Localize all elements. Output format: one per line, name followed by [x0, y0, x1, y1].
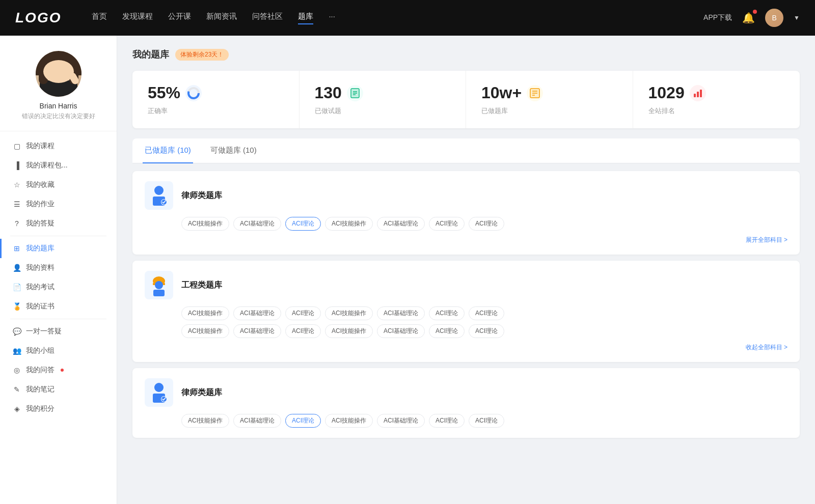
tag-1-5[interactable]: ACI理论 — [429, 306, 465, 320]
qbank-collapse-1[interactable]: 收起全部科目 > — [145, 343, 787, 352]
trial-badge: 体验剩余23天！ — [175, 49, 229, 61]
sidebar-item-coursepack[interactable]: ▐ 我的课程包... — [0, 156, 117, 175]
sidebar-item-favorites[interactable]: ☆ 我的收藏 — [0, 175, 117, 194]
page-header: 我的题库 体验剩余23天！ — [132, 48, 800, 61]
notification-bell[interactable]: 🔔 — [742, 12, 755, 24]
layout: Brian Harris 错误的决定比没有决定要好 ▢ 我的课程 ▐ 我的课程包… — [0, 36, 815, 504]
stat-done-value: 130 — [315, 83, 342, 102]
svg-rect-13 — [697, 92, 699, 97]
nav-qa[interactable]: 问答社区 — [252, 12, 283, 24]
tag-0-6[interactable]: ACI理论 — [469, 217, 504, 231]
stat-ranking: 1029 全站排名 — [633, 71, 800, 128]
tag-2-1[interactable]: ACI基础理论 — [233, 414, 281, 428]
sidebar-item-exam[interactable]: 📄 我的考试 — [0, 277, 117, 297]
tag-0-3[interactable]: ACI技能操作 — [325, 217, 373, 231]
question-circle-icon: ? — [13, 219, 21, 228]
tag-1-r2-5[interactable]: ACI理论 — [429, 324, 465, 338]
tag-0-2[interactable]: ACI理论 — [285, 217, 321, 231]
sidebar-item-points[interactable]: ◈ 我的积分 — [0, 399, 117, 418]
sidebar-item-qbank[interactable]: ⊞ 我的题库 — [0, 239, 117, 258]
sidebar: Brian Harris 错误的决定比没有决定要好 ▢ 我的课程 ▐ 我的课程包… — [0, 36, 117, 504]
tag-0-4[interactable]: ACI基础理论 — [377, 217, 425, 231]
nav-more[interactable]: ··· — [329, 12, 335, 24]
qbank-expand-0[interactable]: 展开全部科目 > — [145, 236, 787, 244]
pie-chart-icon — [185, 85, 202, 101]
stat-accuracy: 55% 正确率 — [132, 71, 300, 128]
nav-open-course[interactable]: 公开课 — [168, 12, 191, 24]
qbank-lawyer-icon-0 — [145, 181, 173, 210]
people-icon: 👤 — [13, 264, 21, 272]
tag-1-r2-4[interactable]: ACI基础理论 — [377, 324, 425, 338]
tag-1-3[interactable]: ACI技能操作 — [325, 306, 373, 320]
nav-news[interactable]: 新闻资讯 — [206, 12, 237, 24]
bar-chart-icon — [690, 85, 706, 101]
stat-banks-value: 10w+ — [481, 83, 522, 102]
tag-0-1[interactable]: ACI基础理论 — [233, 217, 281, 231]
qa-badge — [61, 369, 64, 372]
tag-1-6[interactable]: ACI理论 — [469, 306, 504, 320]
chevron-down-icon[interactable]: ▼ — [794, 14, 800, 21]
tag-2-3[interactable]: ACI技能操作 — [325, 414, 373, 428]
svg-rect-12 — [694, 94, 696, 97]
nav-qbank[interactable]: 题库 — [298, 12, 313, 24]
cert-icon: 🏅 — [13, 302, 21, 311]
svg-point-15 — [154, 186, 164, 195]
tag-2-4[interactable]: ACI基础理论 — [377, 414, 425, 428]
tag-2-6[interactable]: ACI理论 — [469, 414, 504, 428]
tag-2-5[interactable]: ACI理论 — [429, 414, 465, 428]
group-icon: 👥 — [13, 347, 21, 355]
qbank-engineer-icon — [145, 271, 173, 299]
tag-1-r2-1[interactable]: ACI基础理论 — [233, 324, 281, 338]
main-content: 我的题库 体验剩余23天！ 55% 正确率 13 — [117, 36, 815, 504]
tag-1-2[interactable]: ACI理论 — [285, 306, 321, 320]
svg-rect-14 — [700, 90, 702, 97]
tag-0-0[interactable]: ACI技能操作 — [181, 217, 229, 231]
tag-1-r2-2[interactable]: ACI理论 — [285, 324, 321, 338]
tag-2-0[interactable]: ACI技能操作 — [181, 414, 229, 428]
bell-icon: 🔔 — [742, 12, 755, 23]
sidebar-item-notes[interactable]: ✎ 我的笔记 — [0, 380, 117, 399]
stat-rank-label: 全站排名 — [648, 106, 785, 116]
sidebar-item-group[interactable]: 👥 我的小组 — [0, 341, 117, 360]
sidebar-item-tutoring[interactable]: 💬 一对一答疑 — [0, 322, 117, 341]
stat-accuracy-value: 55% — [148, 83, 180, 102]
qa-icon: ◎ — [13, 366, 21, 374]
page-title: 我的题库 — [132, 48, 169, 61]
file-icon: ▢ — [13, 142, 21, 150]
logo: LOGO — [15, 10, 61, 26]
stat-banks-label: 已做题库 — [481, 106, 617, 116]
stat-rank-value: 1029 — [648, 83, 685, 102]
sidebar-item-myqa[interactable]: ◎ 我的问答 — [0, 360, 117, 380]
grid-icon: ⊞ — [13, 244, 21, 253]
tag-1-r2-3[interactable]: ACI技能操作 — [325, 324, 373, 338]
tag-1-r2-6[interactable]: ACI理论 — [469, 324, 504, 338]
sidebar-item-profile[interactable]: 👤 我的资料 — [0, 258, 117, 277]
tag-2-2[interactable]: ACI理论 — [285, 414, 321, 428]
stat-accuracy-label: 正确率 — [148, 106, 284, 116]
sidebar-item-mycourse[interactable]: ▢ 我的课程 — [0, 136, 117, 156]
sidebar-avatar — [36, 51, 82, 97]
sidebar-motto: 错误的决定比没有决定要好 — [10, 112, 106, 121]
sidebar-profile: Brian Harris 错误的决定比没有决定要好 — [0, 51, 117, 131]
tag-1-4[interactable]: ACI基础理论 — [377, 306, 425, 320]
tag-0-5[interactable]: ACI理论 — [429, 217, 465, 231]
avatar[interactable]: B — [765, 9, 783, 27]
qbank-name-2: 律师类题库 — [181, 387, 222, 398]
avatar-image: B — [765, 9, 783, 27]
sidebar-item-qa[interactable]: ? 我的答疑 — [0, 214, 117, 233]
tag-1-1[interactable]: ACI基础理论 — [233, 306, 281, 320]
tabs-row: 已做题库 (10) 可做题库 (10) — [132, 138, 800, 163]
doc-icon: ☰ — [13, 200, 21, 208]
tag-1-r2-0[interactable]: ACI技能操作 — [181, 324, 229, 338]
nav-courses[interactable]: 发现课程 — [122, 12, 153, 24]
tab-done-banks[interactable]: 已做题库 (10) — [143, 138, 193, 163]
sidebar-item-certificate[interactable]: 🏅 我的证书 — [0, 297, 117, 316]
app-download-link[interactable]: APP下载 — [703, 13, 732, 22]
tab-available-banks[interactable]: 可做题库 (10) — [208, 138, 259, 163]
list-amber-icon — [527, 85, 543, 101]
svg-rect-22 — [153, 290, 165, 296]
navbar-right: APP下载 🔔 B ▼ — [703, 9, 800, 27]
nav-home[interactable]: 首页 — [92, 12, 107, 24]
tag-1-0[interactable]: ACI技能操作 — [181, 306, 229, 320]
sidebar-item-homework[interactable]: ☰ 我的作业 — [0, 194, 117, 214]
